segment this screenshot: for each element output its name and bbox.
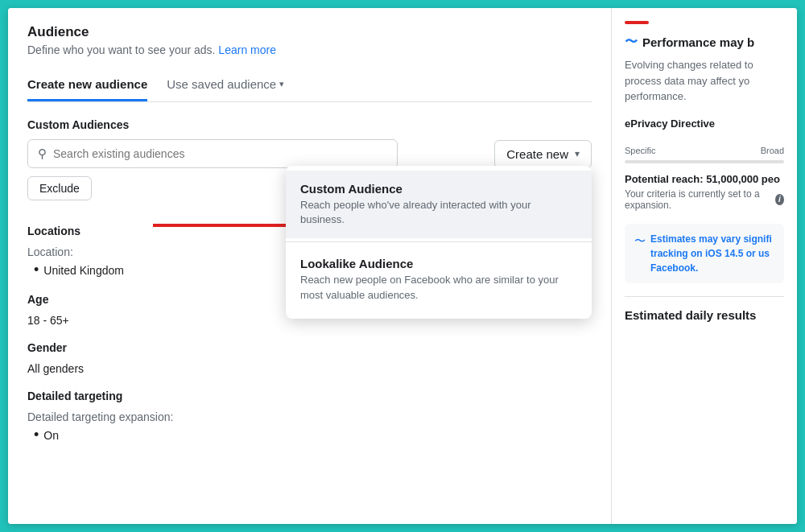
info-icon[interactable]: i (775, 194, 784, 205)
lookalike-audience-desc: Reach new people on Facebook who are sim… (300, 273, 577, 302)
potential-reach-label: Potential reach: 51,000,000 peo (625, 173, 784, 185)
tab-saved-audience[interactable]: Use saved audience ▾ (167, 69, 284, 101)
detailed-targeting-section: Detailed targeting Detailed targeting ex… (27, 390, 592, 443)
estimates-box: 〜 Estimates may vary signifi tracking on… (625, 224, 784, 283)
slider-labels: Specific Broad (625, 146, 784, 155)
search-icon: ⚲ (38, 146, 47, 161)
audience-subtitle: Define who you want to see your ads. Lea… (27, 43, 592, 56)
create-new-chevron-icon: ▾ (575, 148, 580, 159)
audience-size-slider[interactable] (625, 160, 784, 163)
custom-audience-desc: Reach people who've already interacted w… (300, 198, 577, 227)
exclude-button[interactable]: Exclude (27, 176, 92, 200)
performance-icon: 〜 (625, 34, 638, 51)
slider-broad-label: Broad (761, 146, 784, 155)
red-top-bar (625, 21, 649, 24)
search-input[interactable] (53, 147, 387, 160)
right-panel: 〜 Performance may b Evolving changes rel… (612, 8, 797, 524)
performance-title: 〜 Performance may b (625, 34, 784, 51)
audience-title: Audience (27, 24, 592, 40)
dropdown-item-lookalike-audience[interactable]: Lookalike Audience Reach new people on F… (286, 245, 592, 313)
search-box[interactable]: ⚲ (27, 139, 398, 168)
dropdown-menu: Custom Audience Reach people who've alre… (286, 166, 592, 319)
gender-value: All genders (27, 362, 592, 375)
targeting-expansion-value: On (27, 427, 592, 443)
eprivacy-label: ePrivacy Directive (625, 118, 784, 130)
estimates-icon: 〜 (634, 233, 646, 250)
saved-audience-chevron-icon: ▾ (279, 79, 284, 89)
gender-label: Gender (27, 341, 592, 354)
lookalike-audience-title: Lookalike Audience (300, 257, 577, 270)
gender-section: Gender All genders (27, 341, 592, 375)
custom-audience-title: Custom Audience (300, 182, 577, 196)
estimates-text: Estimates may vary signifi tracking on i… (650, 232, 774, 275)
targeting-expansion-label: Detailed targeting expansion: (27, 410, 592, 423)
performance-text: Evolving changes related to process data… (625, 57, 784, 105)
dropdown-item-custom-audience[interactable]: Custom Audience Reach people who've alre… (286, 171, 592, 238)
dropdown-divider (286, 241, 592, 242)
detailed-targeting-label: Detailed targeting (27, 390, 592, 402)
custom-audiences-row: Custom Audiences ⚲ Create new ▾ (27, 118, 592, 168)
custom-audiences-label: Custom Audiences ⚲ (27, 118, 398, 168)
screenshot-container: Audience Define who you want to see your… (8, 8, 797, 524)
tabs-container: Create new audience Use saved audience ▾ (27, 69, 592, 102)
slider-specific-label: Specific (625, 146, 656, 155)
create-new-button[interactable]: Create new ▾ (494, 140, 592, 168)
daily-results-label: Estimated daily results (625, 296, 784, 322)
audience-header: Audience Define who you want to see your… (27, 24, 592, 56)
left-panel: Audience Define who you want to see your… (8, 8, 612, 524)
tab-create-new[interactable]: Create new audience (27, 69, 147, 101)
learn-more-link[interactable]: Learn more (218, 43, 276, 56)
reach-description: Your criteria is currently set to a expa… (625, 188, 784, 211)
